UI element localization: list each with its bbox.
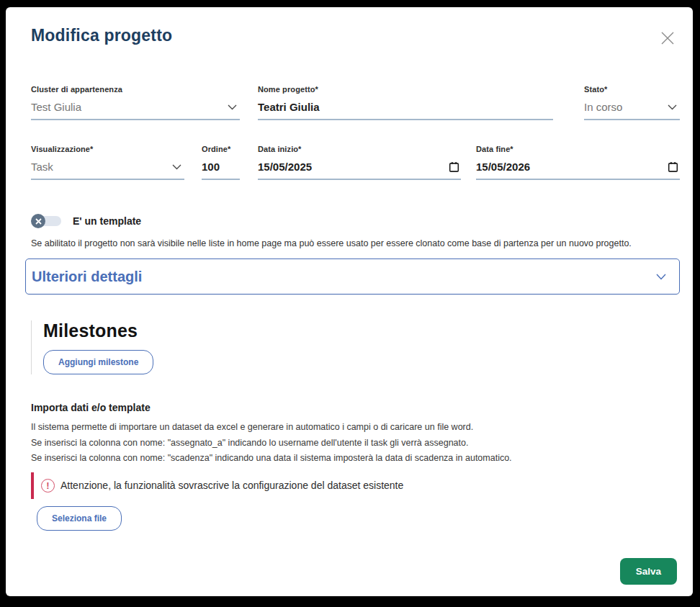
visualizzazione-value: Task [31,161,53,173]
nome-progetto-value: Teatri Giulia [258,101,320,113]
milestones-heading: Milestones [43,320,680,341]
data-fine-label: Data fine* [476,145,680,153]
template-help-text: Se abilitato il progetto non sarà visibi… [25,238,680,248]
cluster-select[interactable]: Cluster di appartenenza Test Giulia [31,85,240,120]
nome-progetto-label: Nome progetto* [258,85,553,94]
import-section: Importa dati e/o template Il sistema per… [25,402,680,531]
import-line: Se inserisci la colonna con nome: "asseg… [31,436,680,451]
visualizzazione-label: Visualizzazione* [31,145,184,153]
data-fine-value: 15/05/2026 [476,161,530,173]
modal-footer: Salva [620,558,677,585]
calendar-icon[interactable] [668,161,678,173]
template-toggle[interactable] [31,213,63,229]
ordine-field[interactable]: Ordine* 100 [202,145,240,180]
warning-text: Attenzione, la funzionalità sovrascrive … [60,480,403,491]
import-description: Il sistema permette di importare un data… [31,420,680,467]
chevron-down-icon [656,274,666,280]
stato-value: In corso [584,101,622,113]
form-row-2: Visualizzazione* Task Ordine* 100 Data i… [25,145,680,180]
warning-banner: ! Attenzione, la funzionalità sovrascriv… [31,472,680,499]
cluster-value: Test Giulia [31,101,81,113]
form-row-1: Cluster di appartenenza Test Giulia Nome… [25,85,680,120]
data-fine-field[interactable]: Data fine* 15/05/2026 [476,145,680,180]
import-heading: Importa dati e/o template [31,402,680,413]
stato-select[interactable]: Stato* In corso [584,85,680,120]
accordion-title: Ulteriori dettagli [32,269,142,285]
toggle-x-icon [31,214,45,228]
visualizzazione-select[interactable]: Visualizzazione* Task [31,145,184,180]
modifica-progetto-modal: Modifica progetto Cluster di appartenenz… [6,7,693,596]
calendar-icon[interactable] [449,161,459,173]
select-file-button[interactable]: Seleziona file [37,506,122,531]
cluster-label: Cluster di appartenenza [31,85,240,94]
ordine-value: 100 [202,161,220,173]
alert-circle-icon: ! [41,479,55,493]
page-title: Modifica progetto [31,26,172,45]
import-line: Il sistema permette di importare un data… [31,420,680,436]
chevron-down-icon [172,164,181,170]
data-inizio-label: Data inizio* [258,145,461,153]
ulteriori-dettagli-accordion[interactable]: Ulteriori dettagli [25,258,680,294]
ordine-label: Ordine* [202,145,240,153]
chevron-down-icon [668,104,677,110]
data-inizio-field[interactable]: Data inizio* 15/05/2025 [258,145,461,180]
save-button[interactable]: Salva [620,558,677,585]
nome-progetto-field[interactable]: Nome progetto* Teatri Giulia [258,85,553,120]
add-milestone-button[interactable]: Aggiungi milestone [43,350,153,374]
import-line: Se inserisci la colonna con nome: "scade… [31,451,680,467]
stato-label: Stato* [584,85,680,94]
template-toggle-row: E' un template [25,213,680,229]
milestones-section: Milestones Aggiungi milestone [31,320,680,374]
close-icon[interactable] [657,27,678,49]
chevron-down-icon [228,104,237,110]
modal-header: Modifica progetto [25,26,680,49]
template-toggle-label: E' un template [73,215,141,227]
data-inizio-value: 15/05/2025 [258,161,312,173]
